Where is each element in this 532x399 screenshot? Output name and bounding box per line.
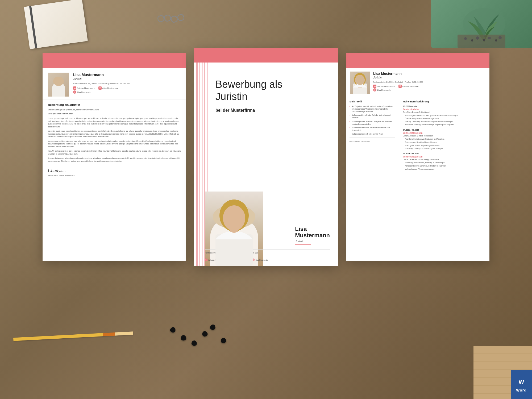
header-info-left: Lisa Mustermann Juristin Fantasiestraße …: [73, 73, 130, 94]
letter-text-4: nals. Ut estlnus expicit in core. qulari…: [48, 150, 181, 155]
job3-bullet-3: Vorbereitung von Verwertungsklauseln: [403, 168, 486, 171]
profile-bullets-container: • Als Volljuristin habe ich im Laufe mei…: [350, 105, 395, 135]
center-top-bar: [194, 48, 338, 63]
center-person-role: Juristin: [295, 240, 330, 243]
plant-tray-decoration: [431, 0, 532, 48]
xing-icon: ✕: [98, 86, 102, 90]
svg-point-18: [223, 205, 245, 231]
cv-panel: Lisa Mustermann Juristin Fantasiestraße …: [346, 53, 489, 261]
job2-title: Wirtschaftsjuristin: [403, 132, 486, 134]
left-role: Juristin: [73, 77, 130, 80]
signature-name: Mustermann GmbH Mustermann: [48, 174, 181, 176]
cv-job-3: 09.2006–03.2011 Wirtschaftsjuristin Law …: [403, 152, 486, 170]
left-email: @ Lisa@name.de: [73, 90, 91, 94]
svg-point-4: [476, 36, 479, 40]
svg-point-2: [464, 37, 467, 40]
left-contacts: in /in/Lisa-Mustermann ✕ /Lisa-Musterman…: [73, 86, 130, 90]
letter-salutation: Sehr geehrter Herr Muster,: [48, 113, 181, 115]
left-linkedin: in /in/Lisa-Mustermann: [73, 86, 95, 90]
left-address: Fantasiestraße 14, 33114 Großstadt | Tel…: [73, 82, 130, 85]
right-linkedin: in /in/Lisa-Mustermann: [373, 85, 395, 88]
avatar-left: [48, 73, 69, 97]
right-role: Juristin: [373, 76, 423, 79]
svg-point-3: [471, 39, 473, 41]
avatar-right: [350, 72, 370, 94]
xing-icon-right: ✕: [398, 85, 402, 88]
center-subtitle: bei der Musterfirma: [215, 108, 327, 113]
profile-bullet-3: • In meiner größten Stärke ist, komplexe…: [350, 120, 395, 126]
job3-company: Law & Order Rechtsberatung, Mittelstadt: [403, 158, 486, 161]
job3-title: Wirtschaftsjuristin: [403, 155, 486, 158]
cv-job-1: 09.2015–heute Senior-Juristin ZinsGlück …: [403, 105, 486, 126]
email-icon-right: @: [373, 88, 376, 92]
linkedin-icon-right: in: [373, 85, 376, 88]
letter-text-1: Lorem ipsum sit qui arcti inque ut, id a…: [48, 117, 181, 128]
dob-field: Geboren am: 04.04.1980: [350, 140, 395, 142]
profile-bullet-4: • In meiner Arbeit bin ich besonders str…: [350, 126, 395, 132]
left-top-bar: [43, 53, 186, 68]
profile-bullet-5: • Außerdem arbeite ich sehr gern im Team…: [350, 133, 395, 135]
job1-bullet-1: Vertretung des Hauses bei allen gerichtl…: [403, 114, 486, 117]
cover-letter-panel: Lisa Mustermann Juristin Fantasiestraße …: [43, 53, 186, 261]
svg-point-6: [488, 37, 491, 39]
letter-text-2: ae quidis quod quam experia quiduntur qu…: [48, 130, 181, 138]
left-header: Lisa Mustermann Juristin Fantasiestraße …: [43, 68, 186, 99]
linkedin-icon: in: [73, 86, 76, 90]
job3-bullet-2: Korrespondenz mit Gerichten, Schreiben u…: [403, 165, 486, 167]
svg-text:W: W: [519, 379, 524, 385]
word-badge: W Word: [511, 370, 532, 399]
center-content: Bewerbung als Juristin bei der Musterfir…: [194, 63, 338, 123]
notebook-decoration: [24, 0, 88, 49]
left-body: Bewerbung als Juristin Stellenanzeige au…: [43, 99, 186, 180]
cv-right-column: Meine Berufserfahrung 09.2015–heute Seni…: [399, 100, 489, 261]
profile-bullet-1: • Als Volljuristin habe ich im Laufe mei…: [350, 105, 395, 113]
profile-divider: [350, 138, 395, 138]
signature-image: Chadys...: [48, 168, 181, 173]
svg-point-5: [483, 39, 485, 41]
job1-bullet-2: Überwachung des Konzernbetriebsgeschäfts: [403, 117, 486, 120]
job1-bullet-3: Prüfung, Gestaltung und Verhandlung von …: [403, 120, 486, 123]
right-address: Fantasiestraße 14, 33114 Großstadt | Tel…: [373, 81, 423, 83]
job2-bullet-4: Erstellung, Prüfung und Verwaltung von V…: [403, 147, 486, 150]
title-page-panel: Bewerbung als Juristin bei der Musterfir…: [194, 48, 338, 266]
job2-bullet-2: Betreuung des Schuldrechtsverhältnissen: [403, 141, 486, 144]
profile-bullet-2: • Außerdem stehe ich jeder Aufgabe stets…: [350, 114, 395, 119]
left-email-row: @ Lisa@name.de: [73, 90, 130, 94]
svg-point-8: [498, 36, 502, 39]
experience-heading: Meine Berufserfahrung: [403, 100, 486, 103]
letter-text-3: ternpore non aut luat quis core sum wtte…: [48, 140, 181, 148]
left-name: Lisa Mustermann: [73, 73, 130, 77]
svg-point-22: [355, 75, 365, 85]
left-xing: ✕ /Lisa-Mustermann: [98, 86, 118, 90]
paperclips-decoration: [154, 13, 186, 29]
word-icon: W: [516, 376, 527, 387]
right-email: @ Lisa@name.de: [373, 88, 391, 92]
documents-container: Lisa Mustermann Juristin Fantasiestraße …: [0, 48, 532, 266]
cv-left-column: Mein Profil • Als Volljuristin habe ich …: [346, 100, 399, 261]
right-name: Lisa Mustermann: [373, 72, 423, 76]
job2-bullet-3: Prüfung von Texten, Verpackungen auf Fot…: [403, 144, 486, 147]
center-avatar: [205, 192, 263, 266]
svg-rect-1: [458, 35, 505, 48]
job3-bullet-1: Erstellung von Gutachten, Beratung in St…: [403, 161, 486, 164]
letter-signature: Chadys... Mustermann GmbH Mustermann: [48, 168, 181, 176]
job1-company: ZinsGlück Bank AG, Großstadt: [403, 111, 486, 113]
right-contacts: in /in/Lisa-Mustermann ✕ /Lisa-Musterman…: [373, 85, 423, 88]
job1-bullet-4: Juristische Beratung und selbständige Be…: [403, 123, 486, 126]
letter-ref: Stellenanzeige auf jobsite.de, Referenzn…: [48, 109, 181, 111]
center-person-name: Lisa Mustermann: [295, 226, 330, 239]
right-top-bar: [346, 53, 489, 68]
center-title: Bewerbung als Juristin: [215, 78, 327, 103]
right-header: Lisa Mustermann Juristin Fantasiestraße …: [346, 68, 489, 97]
cv-job-2: 04.2011–08.2015 Wirtschaftsjuristin Lief…: [403, 129, 486, 150]
job2-date: 04.2011–08.2015: [403, 129, 486, 131]
letter-subject: Bewerbung als Juristin: [48, 103, 181, 106]
right-body: Mein Profil • Als Volljuristin habe ich …: [346, 97, 489, 261]
job1-title: Senior-Juristin: [403, 108, 486, 111]
name-underline: [295, 244, 311, 245]
svg-point-7: [495, 39, 497, 41]
header-info-right: Lisa Mustermann Juristin Fantasiestraße …: [373, 72, 423, 92]
job3-date: 09.2006–03.2011: [403, 152, 486, 155]
center-name-block: Lisa Mustermann Juristin: [295, 226, 330, 245]
job2-company: Liefer & Freuen GmbH, Mittelstadt: [403, 135, 486, 137]
